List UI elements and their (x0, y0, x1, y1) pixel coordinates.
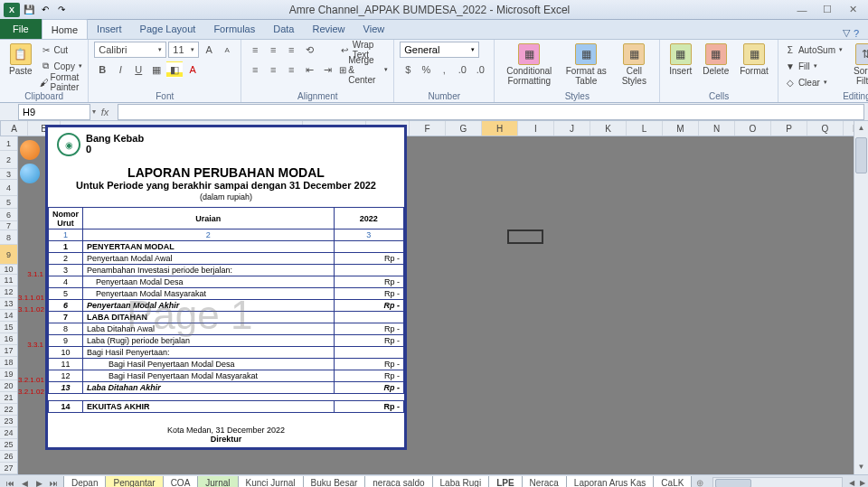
delete-cells-button[interactable]: ▦Delete (699, 42, 732, 78)
sheet-tab-pengantar[interactable]: Pengantar (105, 476, 163, 488)
name-box[interactable]: H9 (18, 104, 90, 120)
close-button[interactable]: ✕ (841, 3, 864, 17)
file-tab[interactable]: File (0, 19, 42, 39)
row-header-9[interactable]: 9 (0, 245, 17, 265)
sheet-tab-depan[interactable]: Depan (63, 476, 106, 488)
formula-input[interactable] (118, 104, 864, 120)
align-left-icon[interactable]: ≡ (247, 61, 263, 78)
row-header-16[interactable]: 16 (0, 333, 17, 345)
tab-data[interactable]: Data (264, 19, 303, 39)
row-header-2[interactable]: 2 (0, 151, 17, 169)
row-header-18[interactable]: 18 (0, 357, 17, 369)
align-bottom-icon[interactable]: ≡ (283, 42, 299, 58)
autosum-button[interactable]: ΣAutoSum▾ (784, 42, 843, 58)
col-header-L[interactable]: L (627, 121, 663, 136)
row-header-15[interactable]: 15 (0, 322, 17, 333)
undo-icon[interactable]: ↶ (38, 3, 52, 17)
row-header-12[interactable]: 12 (0, 286, 17, 298)
font-size-combo[interactable]: 11▾ (168, 42, 199, 58)
sheet-tab-neraca[interactable]: Neraca (522, 476, 567, 488)
row-header-27[interactable]: 27 (0, 463, 17, 474)
tab-formulas[interactable]: Formulas (204, 19, 264, 39)
font-name-combo[interactable]: Calibri▾ (94, 42, 166, 58)
scroll-right-icon[interactable]: ▶ (857, 479, 868, 487)
row-header-5[interactable]: 5 (0, 196, 17, 209)
row-header-3[interactable]: 3 (0, 169, 17, 180)
number-format-combo[interactable]: General▾ (400, 42, 479, 58)
sheet-tab-buku-besar[interactable]: Buku Besar (303, 476, 366, 488)
col-header-G[interactable]: G (446, 121, 482, 136)
orientation-icon[interactable]: ⟲ (301, 42, 317, 58)
row-header-1[interactable]: 1 (0, 136, 17, 151)
row-header-11[interactable]: 11 (0, 275, 17, 286)
dec-decimal-icon[interactable]: .0 (472, 61, 488, 78)
col-header-H[interactable]: H (482, 121, 518, 136)
sheet-tab-jurnal[interactable]: Jurnal (197, 476, 238, 488)
sheet-tab-kunci-jurnal[interactable]: Kunci Jurnal (238, 476, 304, 488)
col-header-P[interactable]: P (771, 121, 807, 136)
cut-button[interactable]: ✂Cut (40, 42, 83, 58)
vscroll-thumb[interactable] (855, 137, 867, 173)
cell-styles-button[interactable]: ▦Cell Styles (614, 42, 654, 88)
row-header-4[interactable]: 4 (0, 180, 17, 196)
bold-button[interactable]: B (94, 61, 110, 78)
fill-color-button[interactable]: ◧ (166, 61, 183, 78)
tab-insert[interactable]: Insert (88, 19, 131, 39)
scroll-down-icon[interactable]: ▼ (854, 460, 868, 474)
sheet-tab-laporan-arus-kas[interactable]: Laporan Arus Kas (566, 476, 655, 488)
comma-icon[interactable]: , (436, 61, 452, 78)
col-header-O[interactable]: O (735, 121, 771, 136)
paste-button[interactable]: 📋 Paste (5, 42, 36, 78)
orange-ball-icon[interactable] (20, 140, 40, 160)
fx-icon[interactable]: fx (96, 107, 114, 117)
row-header-14[interactable]: 14 (0, 310, 17, 322)
row-header-21[interactable]: 21 (0, 392, 17, 404)
redo-icon[interactable]: ↷ (54, 3, 69, 17)
tab-first-icon[interactable]: ⏮ (4, 479, 16, 488)
tab-view[interactable]: View (354, 19, 394, 39)
align-top-icon[interactable]: ≡ (247, 42, 263, 58)
row-header-24[interactable]: 24 (0, 427, 17, 439)
row-header-7[interactable]: 7 (0, 221, 17, 230)
tab-page-layout[interactable]: Page Layout (131, 19, 205, 39)
restore-button[interactable]: ☐ (816, 3, 839, 17)
row-header-23[interactable]: 23 (0, 416, 17, 427)
shrink-font-icon[interactable]: A (219, 42, 235, 58)
align-right-icon[interactable]: ≡ (283, 61, 299, 78)
align-middle-icon[interactable]: ≡ (265, 42, 281, 58)
col-header-K[interactable]: K (590, 121, 627, 136)
underline-button[interactable]: U (130, 61, 146, 78)
indent-inc-icon[interactable]: ⇥ (319, 61, 335, 78)
horizontal-scrollbar[interactable] (712, 477, 843, 488)
indent-dec-icon[interactable]: ⇤ (301, 61, 317, 78)
row-header-19[interactable]: 19 (0, 369, 17, 380)
border-button[interactable]: ▦ (148, 61, 165, 78)
sheet-tab-lpe[interactable]: LPE (488, 476, 522, 488)
col-header-A[interactable]: A (1, 121, 28, 136)
row-header-13[interactable]: 13 (0, 298, 17, 310)
row-header-26[interactable]: 26 (0, 451, 17, 463)
row-header-17[interactable]: 17 (0, 345, 17, 357)
col-header-I[interactable]: I (518, 121, 554, 136)
format-table-button[interactable]: ▦Format as Table (561, 42, 610, 88)
format-painter-button[interactable]: 🖌Format Painter (40, 74, 83, 90)
minimize-ribbon-icon[interactable]: ▽ (843, 27, 850, 39)
row-header-8[interactable]: 8 (0, 230, 17, 245)
sort-filter-button[interactable]: ⇅Sort & Filter (846, 42, 868, 88)
minimize-button[interactable]: — (790, 3, 814, 17)
hscroll-thumb[interactable] (715, 479, 751, 488)
col-header-M[interactable]: M (663, 121, 699, 136)
scroll-left-icon[interactable]: ◀ (846, 479, 857, 487)
sheet-tab-coa[interactable]: COA (163, 476, 199, 488)
blue-ball-icon[interactable] (20, 164, 40, 183)
col-header-N[interactable]: N (699, 121, 735, 136)
save-icon[interactable]: 💾 (22, 3, 36, 17)
help-icon[interactable]: ? (854, 28, 859, 39)
row-header-10[interactable]: 10 (0, 265, 17, 275)
sheet-tab-calk[interactable]: CaLK (653, 476, 692, 488)
sheet-tab-neraca-saldo[interactable]: neraca saldo (364, 476, 432, 488)
scroll-up-icon[interactable]: ▲ (854, 121, 868, 136)
fill-button[interactable]: ▼Fill▾ (784, 58, 843, 74)
align-center-icon[interactable]: ≡ (265, 61, 281, 78)
row-header-22[interactable]: 22 (0, 404, 17, 416)
